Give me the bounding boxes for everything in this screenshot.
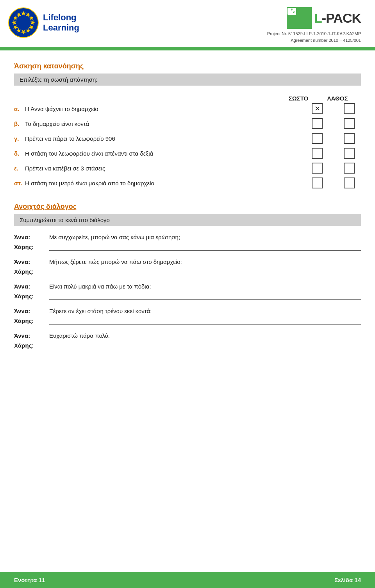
exercise-instruction: Επιλέξτε τη σωστή απάντηση: (14, 74, 361, 86)
logo-right: P 2 L-PACK Project Nr. 511529-LLP-1-2010… (267, 7, 361, 43)
q-text-e: Πρέπει να κατέβει σε 3 στάσεις (25, 165, 312, 172)
lpack-box-icon: P 2 (287, 7, 312, 29)
project-nr: Project Nr. 511529-LLP-1-2010-1-IT-KA2-K… (267, 30, 361, 37)
dialog-blank-line-3[interactable] (49, 292, 361, 300)
checkbox-correct-b[interactable] (312, 118, 323, 129)
footer: Ενότητα 11 Σελίδα 14 (0, 572, 375, 588)
q-checkboxes-st (312, 177, 355, 188)
dialog-section: Ανοιχτός διάλογος Συμπληρώστε τα κενά στ… (14, 203, 361, 349)
svg-text:2: 2 (293, 10, 295, 14)
logo-left: Lifelong Learning (8, 7, 79, 38)
dialog-blank-speaker-5: Χάρης: (14, 342, 49, 349)
checkbox-wrong-a[interactable] (344, 103, 355, 114)
checkbox-correct-g[interactable] (312, 133, 323, 144)
agreement-nr: Agreement number 2010 – 4125/001 (267, 37, 361, 44)
footer-page: Σελίδα 14 (334, 577, 361, 583)
q-text-g: Πρέπει να πάρει το λεωφορείο 906 (25, 135, 312, 142)
q-checkboxes-e (312, 163, 355, 174)
checkbox-wrong-g[interactable] (344, 133, 355, 144)
dialog-blank-line-2[interactable] (49, 267, 361, 275)
q-checkboxes-a (312, 103, 355, 114)
quiz-row-b: β. Το δημαρχείο είναι κοντά (14, 118, 361, 129)
dialog-blank-row-2: Χάρης: (14, 267, 361, 275)
col-wrong-label: ΛΑΘΟΣ (318, 95, 357, 102)
dialog-row-2: Άννα: Μήπως ξέρετε πώς μπορώ να πάω στο … (14, 258, 361, 265)
footer-unit: Ενότητα 11 (14, 577, 45, 583)
q-label-st: στ. (14, 180, 25, 186)
dialog-blank-line-1[interactable] (49, 243, 361, 251)
dialog-text-1: Με συγχωρείτε, μπορώ να σας κάνω μια ερώ… (49, 234, 361, 240)
project-info: Project Nr. 511529-LLP-1-2010-1-IT-KA2-K… (267, 30, 361, 43)
quiz-header-row: ΣΩΣΤΟ ΛΑΘΟΣ (14, 95, 361, 102)
checkbox-correct-a[interactable] (312, 103, 323, 114)
q-text-st: Η στάση του μετρό είναι μακριά από το δη… (25, 180, 312, 186)
dialog-blank-speaker-2: Χάρης: (14, 268, 49, 275)
dialog-text-5: Ευχαριστώ πάρα πολύ. (49, 332, 361, 339)
q-label-a: α. (14, 106, 25, 112)
exercise-section: Άσκηση κατανόησης Επιλέξτε τη σωστή απάν… (14, 62, 361, 188)
header: Lifelong Learning P 2 L-PACK Project Nr.… (0, 0, 375, 49)
header-divider (0, 49, 375, 50)
dialog-blank-row-3: Χάρης: (14, 292, 361, 300)
dialog-blank-row-5: Χάρης: (14, 341, 361, 349)
q-label-g: γ. (14, 135, 25, 142)
eu-logo (8, 7, 39, 38)
quiz-row-st: στ. Η στάση του μετρό είναι μακριά από τ… (14, 177, 361, 188)
lpack-name: L-PACK (314, 11, 361, 26)
checkbox-wrong-st[interactable] (344, 177, 355, 188)
col-correct-label: ΣΩΣΤΟ (279, 95, 318, 102)
q-text-b: Το δημαρχείο είναι κοντά (25, 120, 312, 127)
dialog-speaker-1: Άννα: (14, 234, 49, 240)
dialog-blank-row-1: Χάρης: (14, 243, 361, 251)
dialog-speaker-3: Άννα: (14, 283, 49, 290)
dialog-speaker-5: Άννα: (14, 332, 49, 339)
q-text-a: Η Άννα ψάχνει το δημαρχείο (25, 106, 312, 112)
dialog-blank-line-4[interactable] (49, 317, 361, 324)
main-content: Άσκηση κατανόησης Επιλέξτε τη σωστή απάν… (0, 62, 375, 349)
quiz-row-e: ε. Πρέπει να κατέβει σε 3 στάσεις (14, 163, 361, 174)
lifelong-line1: Lifelong (43, 13, 79, 23)
q-label-e: ε. (14, 165, 25, 172)
checkbox-correct-e[interactable] (312, 163, 323, 174)
dialog-row-1: Άννα: Με συγχωρείτε, μπορώ να σας κάνω μ… (14, 234, 361, 240)
dialog-blank-speaker-3: Χάρης: (14, 293, 49, 299)
checkbox-correct-d[interactable] (312, 148, 323, 159)
checkbox-wrong-e[interactable] (344, 163, 355, 174)
q-label-d: δ. (14, 150, 25, 157)
quiz-row-g: γ. Πρέπει να πάρει το λεωφορείο 906 (14, 133, 361, 144)
q-text-d: Η στάση του λεωφορείου είναι απέναντι στ… (25, 150, 312, 157)
checkbox-wrong-d[interactable] (344, 148, 355, 159)
dialog-blank-line-5[interactable] (49, 341, 361, 349)
dialog-blank-speaker-1: Χάρης: (14, 244, 49, 250)
dialog-text-4: Ξέρετε αν έχει στάση τρένου εκεί κοντά; (49, 308, 361, 314)
lpack-logo: P 2 L-PACK (287, 7, 361, 29)
q-checkboxes-g (312, 133, 355, 144)
dialog-row-3: Άννα: Είναι πολύ μακριά να πάω με τα πόδ… (14, 283, 361, 290)
exercise-title: Άσκηση κατανόησης (14, 62, 361, 70)
lifelong-learning-text: Lifelong Learning (43, 13, 79, 33)
dialog-blank-speaker-4: Χάρης: (14, 317, 49, 324)
q-label-b: β. (14, 120, 25, 127)
quiz-row-d: δ. Η στάση του λεωφορείου είναι απέναντι… (14, 148, 361, 159)
dialog-text-2: Μήπως ξέρετε πώς μπορώ να πάω στο δημαρχ… (49, 258, 361, 265)
dialog-text-3: Είναι πολύ μακριά να πάω με τα πόδια; (49, 283, 361, 290)
dialog-title: Ανοιχτός διάλογος (14, 203, 361, 211)
checkbox-wrong-b[interactable] (344, 118, 355, 129)
dialog-row-4: Άννα: Ξέρετε αν έχει στάση τρένου εκεί κ… (14, 308, 361, 314)
dialog-row-5: Άννα: Ευχαριστώ πάρα πολύ. (14, 332, 361, 339)
q-checkboxes-b (312, 118, 355, 129)
quiz-row-a: α. Η Άννα ψάχνει το δημαρχείο (14, 103, 361, 114)
lifelong-line2: Learning (43, 23, 79, 33)
dialog-speaker-2: Άννα: (14, 258, 49, 265)
dialog-instruction: Συμπληρώστε τα κενά στο διάλογο (14, 214, 361, 226)
dialog-speaker-4: Άννα: (14, 308, 49, 314)
dialog-blank-row-4: Χάρης: (14, 317, 361, 324)
checkbox-correct-st[interactable] (312, 177, 323, 188)
q-checkboxes-d (312, 148, 355, 159)
